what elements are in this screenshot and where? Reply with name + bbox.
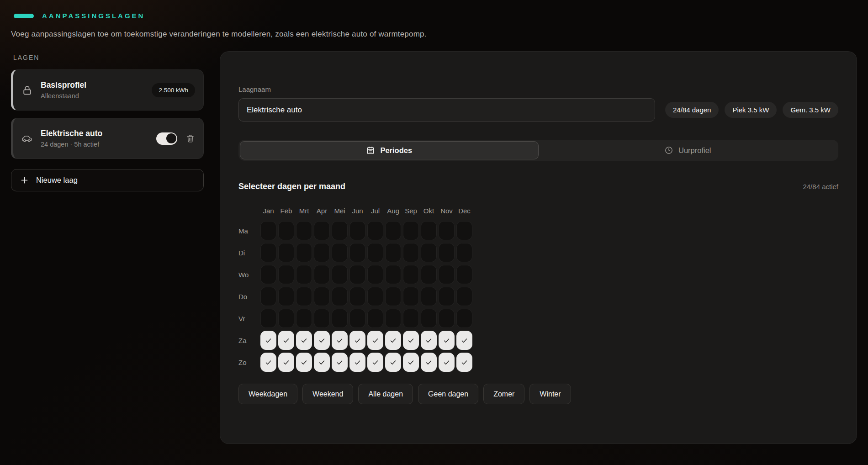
day-cell-do-apr[interactable] [314, 287, 330, 306]
quick-select-weekdagen[interactable]: Weekdagen [238, 384, 297, 404]
trash-icon[interactable] [185, 133, 195, 143]
day-cell-ma-apr[interactable] [314, 221, 330, 240]
day-cell-zo-sep[interactable] [403, 353, 419, 372]
day-cell-wo-sep[interactable] [403, 265, 419, 284]
day-cell-do-jun[interactable] [349, 287, 365, 306]
quick-select-zomer[interactable]: Zomer [483, 384, 524, 404]
day-cell-ma-jan[interactable] [260, 221, 276, 240]
day-cell-ma-okt[interactable] [421, 221, 437, 240]
quick-select-geen-dagen[interactable]: Geen dagen [418, 384, 478, 404]
day-cell-ma-feb[interactable] [278, 221, 294, 240]
day-cell-ma-aug[interactable] [385, 221, 401, 240]
day-cell-di-nov[interactable] [439, 243, 455, 262]
day-cell-wo-dec[interactable] [456, 265, 472, 284]
day-cell-ma-mei[interactable] [332, 221, 348, 240]
day-cell-di-jul[interactable] [367, 243, 383, 262]
day-cell-di-okt[interactable] [421, 243, 437, 262]
day-cell-di-sep[interactable] [403, 243, 419, 262]
day-cell-vr-mrt[interactable] [296, 309, 312, 328]
day-cell-za-mrt[interactable] [296, 331, 312, 350]
day-cell-za-sep[interactable] [403, 331, 419, 350]
day-cell-di-dec[interactable] [456, 243, 472, 262]
day-cell-ma-mrt[interactable] [296, 221, 312, 240]
day-cell-zo-jul[interactable] [367, 353, 383, 372]
day-cell-zo-nov[interactable] [439, 353, 455, 372]
day-cell-do-mrt[interactable] [296, 287, 312, 306]
day-cell-zo-mei[interactable] [332, 353, 348, 372]
day-cell-za-okt[interactable] [421, 331, 437, 350]
day-cell-za-dec[interactable] [456, 331, 472, 350]
day-cell-ma-sep[interactable] [403, 221, 419, 240]
day-cell-wo-mei[interactable] [332, 265, 348, 284]
day-cell-do-jan[interactable] [260, 287, 276, 306]
day-cell-ma-nov[interactable] [439, 221, 455, 240]
day-cell-wo-jun[interactable] [349, 265, 365, 284]
quick-select-winter[interactable]: Winter [529, 384, 571, 404]
day-cell-ma-dec[interactable] [456, 221, 472, 240]
day-cell-wo-aug[interactable] [385, 265, 401, 284]
day-cell-zo-apr[interactable] [314, 353, 330, 372]
day-cell-wo-okt[interactable] [421, 265, 437, 284]
day-cell-ma-jun[interactable] [349, 221, 365, 240]
day-cell-vr-sep[interactable] [403, 309, 419, 328]
day-cell-do-sep[interactable] [403, 287, 419, 306]
quick-select-weekend[interactable]: Weekend [302, 384, 353, 404]
day-cell-wo-mrt[interactable] [296, 265, 312, 284]
day-month-grid: JanFebMrtAprMeiJunJulAugSepOktNovDecMaDi… [238, 207, 838, 372]
day-cell-vr-jan[interactable] [260, 309, 276, 328]
layer-card-basisprofiel[interactable]: Basisprofiel Alleenstaand 2.500 kWh [11, 69, 204, 111]
day-cell-zo-feb[interactable] [278, 353, 294, 372]
day-cell-wo-jan[interactable] [260, 265, 276, 284]
day-cell-di-mei[interactable] [332, 243, 348, 262]
day-cell-za-nov[interactable] [439, 331, 455, 350]
day-cell-za-jun[interactable] [349, 331, 365, 350]
day-cell-zo-dec[interactable] [456, 353, 472, 372]
day-cell-vr-jun[interactable] [349, 309, 365, 328]
day-cell-do-dec[interactable] [456, 287, 472, 306]
day-cell-wo-jul[interactable] [367, 265, 383, 284]
day-cell-di-jun[interactable] [349, 243, 365, 262]
day-cell-do-nov[interactable] [439, 287, 455, 306]
day-cell-di-aug[interactable] [385, 243, 401, 262]
day-cell-wo-nov[interactable] [439, 265, 455, 284]
day-cell-di-mrt[interactable] [296, 243, 312, 262]
day-cell-zo-jan[interactable] [260, 353, 276, 372]
day-cell-do-mei[interactable] [332, 287, 348, 306]
day-cell-vr-apr[interactable] [314, 309, 330, 328]
day-cell-vr-feb[interactable] [278, 309, 294, 328]
day-cell-do-aug[interactable] [385, 287, 401, 306]
tab-periodes[interactable]: Periodes [240, 141, 539, 159]
day-cell-wo-apr[interactable] [314, 265, 330, 284]
layer-name-input[interactable] [238, 98, 655, 122]
day-cell-za-jan[interactable] [260, 331, 276, 350]
tab-uurprofiel[interactable]: Uurprofiel [539, 141, 837, 159]
quick-select-alle-dagen[interactable]: Alle dagen [358, 384, 413, 404]
day-cell-vr-okt[interactable] [421, 309, 437, 328]
new-layer-button[interactable]: Nieuwe laag [11, 169, 204, 191]
day-cell-zo-jun[interactable] [349, 353, 365, 372]
day-cell-za-jul[interactable] [367, 331, 383, 350]
day-cell-zo-aug[interactable] [385, 353, 401, 372]
day-cell-vr-aug[interactable] [385, 309, 401, 328]
day-cell-za-apr[interactable] [314, 331, 330, 350]
day-cell-di-apr[interactable] [314, 243, 330, 262]
day-cell-do-jul[interactable] [367, 287, 383, 306]
day-cell-vr-dec[interactable] [456, 309, 472, 328]
day-cell-vr-mei[interactable] [332, 309, 348, 328]
day-cell-za-aug[interactable] [385, 331, 401, 350]
day-cell-ma-jul[interactable] [367, 221, 383, 240]
day-cell-vr-jul[interactable] [367, 309, 383, 328]
day-cell-za-feb[interactable] [278, 331, 294, 350]
day-cell-vr-nov[interactable] [439, 309, 455, 328]
day-cell-di-feb[interactable] [278, 243, 294, 262]
layer-enabled-toggle[interactable] [156, 132, 177, 145]
day-cell-zo-okt[interactable] [421, 353, 437, 372]
day-cell-di-jan[interactable] [260, 243, 276, 262]
day-cell-zo-mrt[interactable] [296, 353, 312, 372]
day-cell-do-feb[interactable] [278, 287, 294, 306]
layer-kwh-badge: 2.500 kWh [152, 83, 195, 97]
day-cell-do-okt[interactable] [421, 287, 437, 306]
layer-card-elektrische-auto[interactable]: Elektrische auto 24 dagen · 5h actief [11, 118, 204, 159]
day-cell-za-mei[interactable] [332, 331, 348, 350]
day-cell-wo-feb[interactable] [278, 265, 294, 284]
